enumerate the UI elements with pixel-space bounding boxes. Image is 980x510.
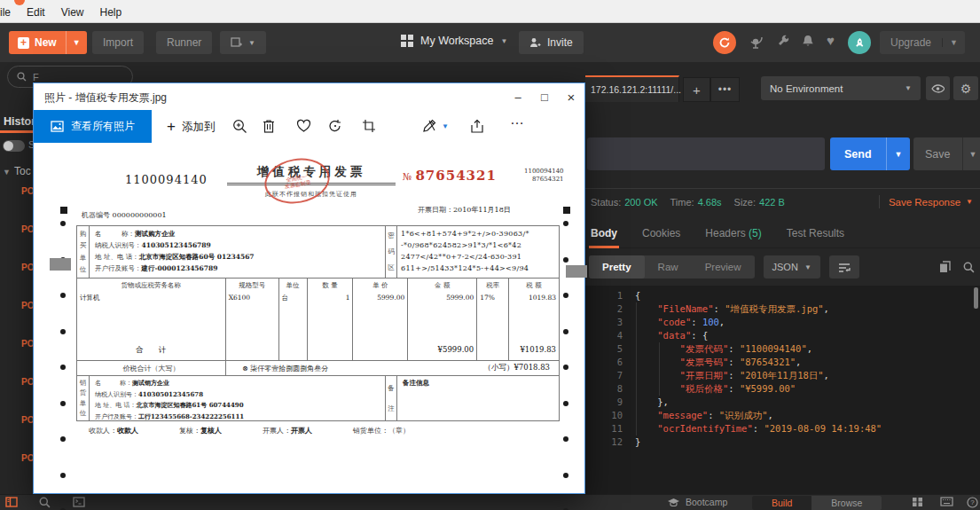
- heart-icon[interactable]: ♥: [827, 33, 835, 48]
- bell-icon[interactable]: [802, 35, 814, 48]
- search-response-icon[interactable]: [963, 262, 975, 273]
- favorite-button[interactable]: [296, 119, 311, 132]
- window-plus-icon: [231, 37, 243, 48]
- group-collapse-caret[interactable]: ▼: [3, 168, 11, 177]
- url-input[interactable]: [587, 137, 825, 170]
- view-preview[interactable]: Preview: [692, 255, 755, 279]
- environment-label: No Environment: [770, 83, 843, 94]
- sync-button[interactable]: [713, 31, 736, 54]
- wrench-icon[interactable]: [777, 35, 790, 48]
- buyer-section: 购买单位 名 称：测试购方企业 纳税人识别号：410305123456789 地…: [76, 225, 560, 279]
- crop-icon: [362, 119, 376, 133]
- grid-view-icon: [912, 497, 923, 507]
- zoom-button[interactable]: [232, 119, 247, 134]
- photo-canvas: 1100094140 增值税专用发票 此联不作报销和抵扣凭证使用 全国统一 发票…: [34, 143, 584, 480]
- editor-scrollbar[interactable]: [974, 287, 978, 309]
- runner-button[interactable]: Runner: [156, 31, 212, 54]
- request-tab[interactable]: 172.16.121.2:11111/...: [585, 75, 679, 102]
- close-button[interactable]: ×: [558, 83, 584, 110]
- save-dropdown-caret[interactable]: ▼: [962, 137, 980, 170]
- menu-help[interactable]: Help: [100, 6, 122, 19]
- save-responses-toggle[interactable]: [3, 140, 25, 152]
- browse-tab[interactable]: Browse: [811, 496, 882, 510]
- code-line: {: [635, 289, 882, 302]
- tab-body[interactable]: Body: [591, 227, 617, 239]
- environment-preview-button[interactable]: [926, 76, 950, 100]
- password-vertical-label: 密码区: [385, 226, 397, 278]
- more-options-button[interactable]: …: [510, 112, 524, 128]
- build-tab[interactable]: Build: [752, 496, 811, 510]
- workspace-selector[interactable]: My Workspace ▼: [401, 35, 507, 47]
- new-dropdown-caret[interactable]: ▼: [66, 31, 87, 54]
- new-button[interactable]: + New ▼: [9, 31, 87, 54]
- perforation-dot: [60, 329, 66, 334]
- view-raw[interactable]: Raw: [645, 255, 692, 279]
- crop-button[interactable]: [362, 119, 376, 133]
- perforation-dot: [563, 473, 568, 478]
- menu-edit[interactable]: Edit: [27, 6, 45, 19]
- search-placeholder: F: [33, 72, 39, 82]
- password-area: 1*6<+81+574+9*2+/>0-39063/*-*0/968*62458…: [397, 226, 559, 278]
- send-button[interactable]: Send ▼: [830, 137, 910, 170]
- sidebar-toggle-button[interactable]: [5, 497, 18, 507]
- code-line: "code": 100,: [635, 316, 882, 329]
- find-button[interactable]: [39, 497, 51, 508]
- photo-window-title: 照片 - 增值税专用发票.jpg: [44, 90, 167, 106]
- photo-toolbar: 查看所有照片 + 添加到 ▼: [34, 110, 584, 143]
- new-tab-button[interactable]: +: [683, 77, 710, 102]
- settings-button[interactable]: ⚙: [953, 76, 978, 100]
- app-toolbar: + New ▼ Import Runner ▼ My Workspace ▼ I…: [0, 23, 980, 62]
- edit-button[interactable]: ▼: [422, 119, 449, 133]
- menu-view[interactable]: View: [61, 6, 84, 19]
- language-selector[interactable]: JSON▼: [764, 255, 820, 279]
- tab-cookies[interactable]: Cookies: [642, 227, 680, 239]
- wrap-lines-button[interactable]: [829, 255, 859, 279]
- add-to-button[interactable]: + 添加到: [167, 118, 215, 136]
- import-button[interactable]: Import: [92, 31, 144, 54]
- help-button[interactable]: ?: [967, 497, 978, 508]
- save-button[interactable]: Save ▼: [913, 137, 980, 170]
- view-pretty[interactable]: Pretty: [589, 255, 645, 279]
- send-dropdown-caret[interactable]: ▼: [886, 137, 911, 170]
- tab-options-button[interactable]: •••: [710, 77, 740, 102]
- tab-history[interactable]: Histor: [4, 115, 35, 128]
- share-button[interactable]: [470, 119, 484, 133]
- tab-test-results[interactable]: Test Results: [787, 227, 844, 239]
- save-label: Save: [913, 148, 962, 161]
- history-group-label[interactable]: Toc: [14, 165, 31, 177]
- console-button[interactable]: [73, 497, 85, 507]
- tab-headers[interactable]: Headers (5): [705, 227, 761, 239]
- invoice-items-table: 货物或应税劳务名称 计算机 合 计 规格型号 X6100 单位 台: [76, 278, 560, 361]
- view-all-photos-button[interactable]: 查看所有照片: [34, 110, 152, 143]
- search-icon: [39, 497, 51, 508]
- upgrade-caret[interactable]: ▼: [942, 38, 965, 47]
- rotate-button[interactable]: [328, 119, 342, 133]
- two-pane-view-button[interactable]: [912, 497, 923, 507]
- response-body-editor[interactable]: 123456789101112 { "FileName": "增值税专用发票.j…: [584, 286, 980, 494]
- scan-artifact: [50, 258, 71, 271]
- view-mode-segmented: Pretty Raw Preview: [589, 255, 755, 279]
- upgrade-button[interactable]: Upgrade ▼: [880, 31, 965, 54]
- satellite-icon[interactable]: [749, 35, 764, 49]
- user-avatar[interactable]: [848, 31, 871, 54]
- copy-icon[interactable]: [939, 261, 951, 273]
- machine-number: 机器编号 000000000001: [82, 210, 167, 220]
- menu-file[interactable]: ile: [0, 6, 11, 19]
- environment-selector[interactable]: No Environment ▼: [761, 76, 921, 100]
- bootcamp-button[interactable]: Bootcamp: [667, 497, 727, 507]
- remark-vertical-label: 备注: [385, 376, 397, 420]
- photo-window-titlebar[interactable]: 照片 - 增值税专用发票.jpg – □ ×: [34, 83, 584, 110]
- code-line: "data": {: [635, 329, 882, 342]
- edit-dropdown-caret[interactable]: ▼: [442, 122, 449, 130]
- delete-button[interactable]: [263, 119, 275, 133]
- new-button-label: New: [35, 36, 57, 49]
- add-to-label: 添加到: [182, 120, 216, 135]
- minimize-button[interactable]: –: [505, 83, 531, 110]
- photo-viewer-window: 照片 - 增值税专用发票.jpg – □ × 查看所有照片 + 添加到: [33, 82, 585, 494]
- invite-button[interactable]: Invite: [519, 31, 584, 54]
- save-response-button[interactable]: Save Response▼: [889, 197, 973, 208]
- new-window-button[interactable]: ▼: [220, 31, 266, 54]
- invoice-sum-row: 价税合计（大写） ⊗ 柒仟零壹拾捌圆捌角叁分 （小写）¥7018.83: [76, 360, 560, 376]
- maximize-button[interactable]: □: [531, 83, 558, 110]
- shortcuts-button[interactable]: [940, 497, 953, 506]
